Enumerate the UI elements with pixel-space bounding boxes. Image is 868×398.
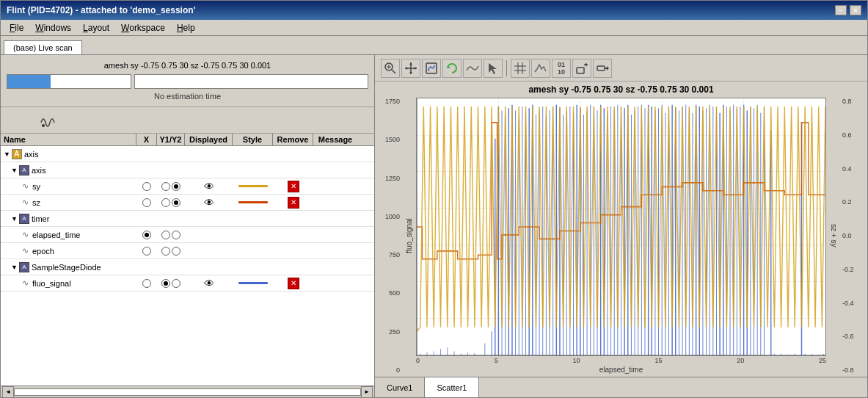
chart-canvas[interactable] <box>416 98 826 356</box>
menu-windows[interactable]: Windows <box>29 21 77 35</box>
menu-bar: File Windows Layout Workspace Help <box>1 20 867 36</box>
window-title: Flint (PID=4702) - attached to 'demo_ses… <box>7 5 195 15</box>
menu-layout[interactable]: Layout <box>77 21 115 35</box>
row-name-sz: ∿ sz <box>1 196 136 209</box>
row-name-axis-root: ▼ A axis <box>1 148 136 161</box>
menu-help[interactable]: Help <box>171 21 201 35</box>
tree-table: Name X Y1/Y2 Displayed Style Remove Mess… <box>1 134 374 386</box>
svg-marker-8 <box>409 72 412 74</box>
chart-toolbar: 0110 <box>375 55 867 82</box>
table-row: ∿ fluo_signal 👁 <box>1 275 374 292</box>
row-name-ssd: ▼ A SampleStageDiode <box>1 261 136 274</box>
tree-header: Name X Y1/Y2 Displayed Style Remove Mess… <box>1 134 374 146</box>
settings-btn[interactable] <box>593 59 612 78</box>
remove-btn-fluo[interactable]: ✕ <box>288 278 299 289</box>
expand-arrow[interactable]: ▼ <box>4 151 10 158</box>
row-name-epoch: ∿ epoch <box>1 245 136 258</box>
y-axis-right-label: sz + sy <box>826 98 841 374</box>
table-row: ▼ A timer <box>1 211 374 227</box>
refresh-btn[interactable] <box>442 59 462 78</box>
grid-btn[interactable] <box>511 59 530 78</box>
x-axis-ticks: 0 5 10 15 20 25 <box>416 357 826 364</box>
radio-sz-y2[interactable] <box>172 198 180 207</box>
radio-epoch-y1[interactable] <box>161 247 170 256</box>
tab-curve1[interactable]: Curve1 <box>375 377 425 397</box>
chart-area: amesh sy -0.75 0.75 30 sz -0.75 0.75 30 … <box>375 82 867 377</box>
table-row: ▼ A axis <box>1 146 374 162</box>
progress-text-box <box>134 74 368 89</box>
chart-svg <box>417 98 825 355</box>
data-btn[interactable]: 0110 <box>552 59 571 78</box>
wave-icon: ∿ <box>20 181 30 192</box>
expand-arrow[interactable]: ▼ <box>11 215 18 222</box>
radio-sy-x[interactable] <box>142 182 151 191</box>
pan-btn[interactable] <box>401 59 420 78</box>
wave-icon: ∿ <box>20 246 30 256</box>
pointer-btn[interactable] <box>484 59 503 78</box>
style-line-sz <box>238 201 268 203</box>
eye-icon-sz[interactable]: 👁 <box>204 197 214 209</box>
horizontal-scrollbar[interactable]: ◄ ► <box>1 386 374 397</box>
wave-icon: ∿ <box>20 278 30 289</box>
eye-icon-fluo[interactable]: 👁 <box>204 278 214 289</box>
col-header-y: Y1/Y2 <box>157 134 185 145</box>
remove-btn-sy[interactable]: ✕ <box>288 181 299 192</box>
y-axis-left-ticks: 1750 1500 1250 1000 750 500 250 0 <box>378 98 401 374</box>
radio-sy-y1[interactable] <box>161 182 170 191</box>
expand-arrow[interactable]: ▼ <box>11 264 18 271</box>
autoscale-btn[interactable] <box>422 59 441 78</box>
svg-marker-7 <box>409 62 412 65</box>
scroll-right-btn[interactable]: ► <box>361 386 373 398</box>
table-row: ▼ A SampleStageDiode <box>1 259 374 275</box>
col-header-displayed: Displayed <box>185 134 233 145</box>
minimize-button[interactable]: − <box>835 5 847 15</box>
table-row: ∿ sz 👁 <box>1 195 374 211</box>
row-name-axis-sub: ▼ A axis <box>1 164 136 177</box>
close-button[interactable]: × <box>850 5 861 15</box>
row-name-fluo: ∿ fluo_signal <box>1 277 136 290</box>
expand-arrow[interactable]: ▼ <box>11 167 18 174</box>
remove-btn-sz[interactable]: ✕ <box>288 197 299 209</box>
radio-epoch-y2[interactable] <box>172 247 180 256</box>
style-line-sy <box>238 185 268 187</box>
svg-line-2 <box>392 70 395 73</box>
table-row: ∿ epoch <box>1 243 374 259</box>
svg-marker-23 <box>607 66 609 70</box>
svg-marker-13 <box>489 63 497 74</box>
window-controls: − × <box>835 5 861 15</box>
wave-icon-btn[interactable] <box>40 112 56 129</box>
x-axis-label: elapsed_time <box>416 366 826 374</box>
zoom-btn[interactable] <box>381 59 400 78</box>
menu-file[interactable]: File <box>4 21 29 35</box>
scrollbar-track[interactable] <box>14 388 361 396</box>
radio-sz-y1[interactable] <box>161 198 170 207</box>
radio-et-x[interactable] <box>142 231 151 239</box>
radio-et-y2[interactable] <box>172 231 180 239</box>
radio-fluo-y2[interactable] <box>172 279 180 288</box>
svg-point-0 <box>42 124 45 127</box>
radio-fluo-x[interactable] <box>142 279 151 288</box>
progress-bar-inner <box>7 75 51 88</box>
separator <box>506 60 507 76</box>
export-btn[interactable] <box>572 59 591 78</box>
title-bar: Flint (PID=4702) - attached to 'demo_ses… <box>1 1 867 20</box>
eye-icon-sy[interactable]: 👁 <box>204 181 214 192</box>
radio-epoch-x[interactable] <box>142 247 151 256</box>
table-row: ∿ elapsed_time <box>1 227 374 243</box>
svg-marker-10 <box>415 67 417 70</box>
radio-et-y1[interactable] <box>161 231 170 239</box>
curve-type-btn[interactable] <box>463 59 482 78</box>
row-name-elapsed-time: ∿ elapsed_time <box>1 228 136 242</box>
main-window: Flint (PID=4702) - attached to 'demo_ses… <box>0 0 868 398</box>
menu-workspace[interactable]: Workspace <box>115 21 171 35</box>
scroll-left-btn[interactable]: ◄ <box>2 386 14 398</box>
peaks-btn[interactable] <box>531 59 550 78</box>
command-area: amesh sy -0.75 0.75 30 sz -0.75 0.75 30 … <box>1 55 374 107</box>
group-icon: A <box>19 214 29 224</box>
radio-fluo-y1[interactable] <box>161 279 170 288</box>
command-text: amesh sy -0.75 0.75 30 sz -0.75 0.75 30 … <box>7 61 368 70</box>
radio-sz-x[interactable] <box>142 198 151 207</box>
tab-live-scan[interactable]: (base) Live scan <box>4 40 82 54</box>
radio-sy-y2[interactable] <box>172 182 180 191</box>
tab-scatter1[interactable]: Scatter1 <box>425 377 479 397</box>
